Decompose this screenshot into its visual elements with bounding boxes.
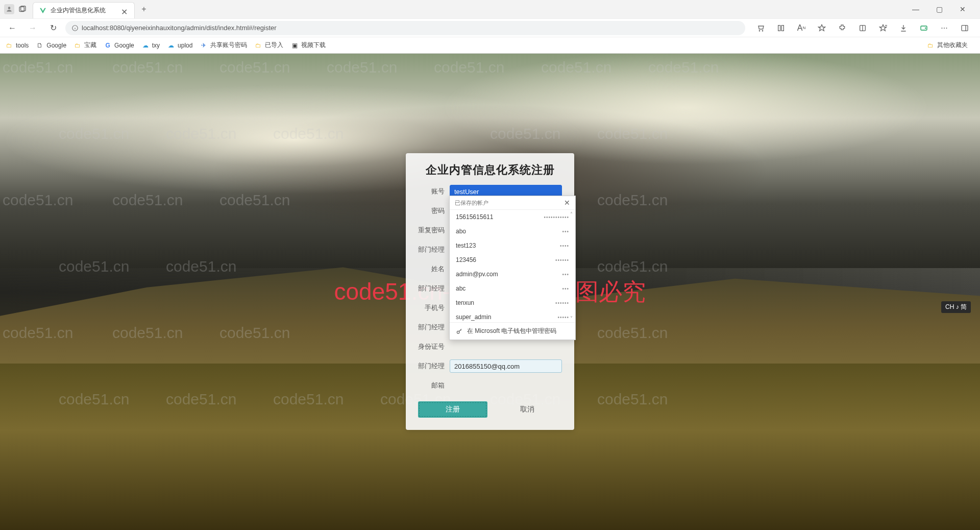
folder-icon: 🗀 (254, 41, 262, 50)
folder-icon: 🗀 (5, 41, 13, 50)
folder-icon: 🗀 (74, 41, 82, 50)
autofill-header: 已保存的帐户 ✕ (450, 196, 575, 210)
tab-title: 企业内管信息化系统 (51, 6, 121, 15)
bookmark-treasure[interactable]: 🗀宝藏 (74, 41, 96, 50)
sidebar-toggle-icon[interactable] (958, 21, 972, 35)
autofill-close-icon[interactable]: ✕ (564, 199, 570, 207)
svg-point-6 (759, 30, 760, 31)
url-input[interactable]: localhost:8080/qiyeneixinhauxitong/admin… (65, 21, 745, 35)
cancel-button[interactable]: 取消 (493, 401, 562, 418)
more-icon[interactable]: ··· (937, 21, 951, 35)
label-password: 密码 (418, 206, 450, 215)
svg-point-0 (8, 7, 11, 9)
label-name: 姓名 (418, 264, 450, 274)
vue-favicon-icon (39, 7, 46, 14)
autofill-item[interactable]: 123456•••••• (450, 253, 575, 267)
autofill-list: ˄ 15615615611••••••••••• abo••• test123•… (450, 210, 575, 322)
label-account: 账号 (418, 187, 450, 196)
downloads-icon[interactable] (896, 21, 911, 35)
autofill-item[interactable]: 15615615611••••••••••• (450, 210, 575, 224)
page-viewport: code51.cn code51.cn code51.cn code51.cn … (0, 54, 980, 530)
shopping-icon[interactable] (753, 21, 768, 35)
svg-point-15 (457, 331, 459, 333)
autofill-item[interactable]: admin@pv.com••• (450, 267, 575, 281)
nav-forward-button: → (24, 20, 41, 36)
extensions-icon[interactable] (835, 21, 849, 35)
label-idcard: 身份证号 (418, 342, 450, 351)
nav-reload-button[interactable]: ↻ (45, 20, 61, 36)
label-manager1: 部门经理 (418, 245, 450, 254)
window-controls: — ▢ ✕ (909, 2, 976, 16)
tab-group-icon[interactable] (18, 4, 29, 14)
browser-tab[interactable]: 企业内管信息化系统 ✕ (33, 2, 135, 18)
wallet-icon[interactable] (917, 21, 931, 35)
bookmark-imported[interactable]: 🗀已导入 (254, 41, 283, 50)
key-icon (456, 328, 463, 335)
label-manager2: 部门经理 (418, 284, 450, 293)
nav-back-button[interactable]: ← (4, 20, 20, 36)
minimize-button[interactable]: — (909, 2, 923, 16)
ime-badge[interactable]: CH ♪ 简 (941, 301, 971, 313)
maximize-button[interactable]: ▢ (932, 2, 946, 16)
tab-bar: 企业内管信息化系统 ✕ + — ▢ ✕ (0, 0, 980, 18)
toolbar-right-icons: AN ··· (749, 21, 976, 35)
autofill-item[interactable]: test123•••• (450, 238, 575, 253)
favorites-bar-icon[interactable] (876, 21, 890, 35)
autofill-item[interactable]: abc••• (450, 281, 575, 296)
autofill-popup: 已保存的帐户 ✕ ˄ 15615615611••••••••••• abo•••… (449, 196, 576, 340)
autofill-manage-link[interactable]: 在 Microsoft 电子钱包中管理密码 (450, 322, 575, 340)
collections-icon[interactable] (855, 21, 870, 35)
register-button[interactable]: 注册 (418, 401, 487, 418)
other-bookmarks[interactable]: 🗀其他收藏夹 (926, 41, 975, 50)
bookmark-google[interactable]: GGoogle (104, 41, 134, 50)
page-title: 企业内管信息化系统注册 (418, 162, 562, 178)
cloud-icon: ☁ (141, 41, 150, 50)
close-window-button[interactable]: ✕ (955, 2, 970, 16)
autofill-header-text: 已保存的帐户 (455, 199, 488, 207)
bookmark-uplod[interactable]: ☁uplod (167, 41, 192, 50)
autofill-item[interactable]: super_admin••••• (450, 310, 575, 322)
bookmark-bar: 🗀tools 🗋Google 🗀宝藏 GGoogle ☁txy ☁uplod ✈… (0, 37, 980, 53)
manager4-input[interactable] (450, 359, 562, 373)
browser-chrome: 企业内管信息化系统 ✕ + — ▢ ✕ ← → ↻ localhost:8080… (0, 0, 980, 54)
cloud-icon: ☁ (167, 41, 175, 50)
fly-icon: ✈ (200, 41, 208, 50)
folder-icon: 🗀 (926, 41, 935, 50)
label-manager4: 部门经理 (418, 362, 450, 371)
autofill-item[interactable]: abo••• (450, 224, 575, 238)
url-text: localhost:8080/qiyeneixinhauxitong/admin… (82, 24, 277, 32)
label-manager3: 部门经理 (418, 323, 450, 332)
bookmark-google-page[interactable]: 🗋Google (36, 41, 66, 50)
scroll-down-icon[interactable]: ˅ (568, 315, 574, 321)
bookmark-txy[interactable]: ☁txy (141, 41, 160, 50)
reader-icon[interactable] (774, 21, 788, 35)
bookmark-tools[interactable]: 🗀tools (5, 41, 29, 50)
bookmark-video-download[interactable]: ▣视频下载 (290, 41, 326, 50)
label-phone: 手机号 (418, 303, 450, 312)
svg-rect-13 (962, 25, 968, 31)
svg-point-7 (762, 30, 763, 31)
favorite-icon[interactable] (815, 21, 829, 35)
play-icon: ▣ (290, 41, 299, 50)
label-repeat: 重复密码 (418, 226, 450, 235)
google-icon: G (104, 41, 112, 50)
page-icon: 🗋 (36, 41, 44, 50)
site-info-icon[interactable] (71, 25, 79, 32)
address-bar: ← → ↻ localhost:8080/qiyeneixinhauxitong… (0, 18, 980, 37)
label-email: 邮箱 (418, 381, 450, 390)
profile-icon[interactable] (4, 4, 14, 14)
text-style-icon[interactable]: AN (794, 21, 808, 35)
new-tab-button[interactable]: + (137, 2, 151, 16)
scroll-up-icon[interactable]: ˄ (568, 211, 574, 217)
bookmark-shared-pwd[interactable]: ✈共享账号密码 (200, 41, 247, 50)
tab-close-icon[interactable]: ✕ (121, 7, 128, 14)
autofill-item[interactable]: tenxun•••••• (450, 296, 575, 310)
svg-point-12 (925, 28, 926, 28)
